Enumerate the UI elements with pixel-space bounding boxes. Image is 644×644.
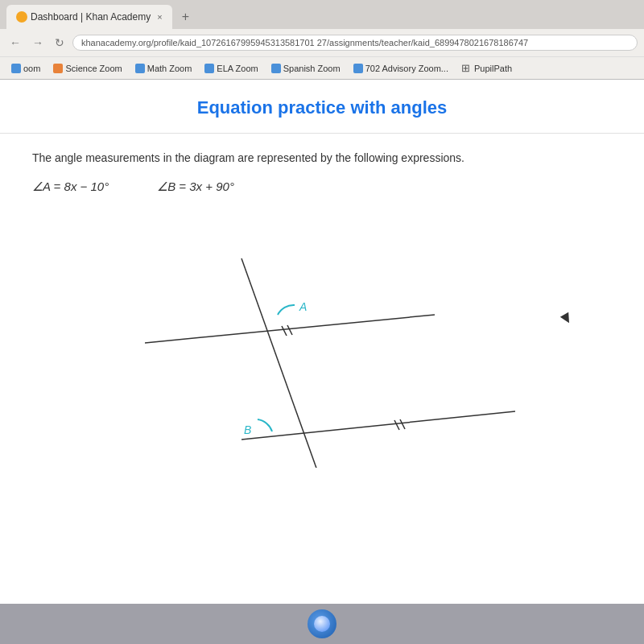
bookmark-icon-advisory <box>353 64 363 73</box>
angle-diagram: A B <box>97 210 547 468</box>
tab-close-button[interactable]: × <box>157 12 162 22</box>
bookmark-icon-spanish <box>271 64 281 73</box>
equation-a: ∠A = 8x − 10° <box>32 180 109 194</box>
chrome-icon-inner <box>314 616 330 632</box>
page-title-section: Equation practice with angles <box>0 80 644 134</box>
pupilpath-icon: ⊞ <box>461 62 470 74</box>
svg-line-3 <box>282 326 287 336</box>
diagram-container: A B <box>97 210 547 468</box>
active-tab[interactable]: Dashboard | Khan Academy × <box>6 5 172 29</box>
tab-bar: Dashboard | Khan Academy × + <box>0 0 644 29</box>
bookmark-label-advisory: 702 Advisory Zoom... <box>365 64 448 73</box>
bookmark-science-zoom[interactable]: Science Zoom <box>48 62 126 75</box>
svg-line-4 <box>287 325 292 335</box>
address-bar: ← → ↻ khanacademy.org/profile/kaid_10726… <box>0 29 644 56</box>
svg-line-5 <box>394 420 399 430</box>
bookmark-icon-math <box>135 64 145 73</box>
bookmark-icon-oom <box>11 64 21 73</box>
page-title: Equation practice with angles <box>16 97 628 118</box>
chrome-icon[interactable] <box>308 609 336 638</box>
new-tab-button[interactable]: + <box>177 8 194 26</box>
svg-line-2 <box>242 258 322 468</box>
forward-button[interactable]: → <box>29 35 47 51</box>
bookmark-spanish-zoom[interactable]: Spanish Zoom <box>266 62 345 75</box>
reload-button[interactable]: ↻ <box>52 35 68 51</box>
page-content: Equation practice with angles The angle … <box>0 80 644 605</box>
bookmark-label-spanish: Spanish Zoom <box>283 64 341 73</box>
problem-section: The angle measurements in the diagram ar… <box>0 134 644 492</box>
bookmark-ela-zoom[interactable]: ELA Zoom <box>200 62 262 75</box>
bookmark-label-ela: ELA Zoom <box>217 64 258 73</box>
equations-display: ∠A = 8x − 10° ∠B = 3x + 90° <box>32 180 612 194</box>
label-b: B <box>244 423 251 436</box>
bookmark-label-science: Science Zoom <box>65 64 122 73</box>
tab-favicon <box>16 11 27 23</box>
browser-chrome: Dashboard | Khan Academy × + ← → ↻ khana… <box>0 0 644 80</box>
bookmark-math-zoom[interactable]: Math Zoom <box>130 62 197 75</box>
bookmark-advisory-zoom[interactable]: 702 Advisory Zoom... <box>349 62 453 75</box>
svg-line-1 <box>242 411 515 440</box>
content-area: Equation practice with angles The angle … <box>0 80 644 605</box>
problem-description: The angle measurements in the diagram ar… <box>32 150 612 167</box>
taskbar <box>0 604 644 644</box>
label-a: A <box>299 300 307 313</box>
equation-b: ∠B = 3x + 90° <box>157 180 234 194</box>
bookmark-label-oom: oom <box>23 64 40 73</box>
bookmark-pupilpath[interactable]: ⊞ PupilPath <box>456 60 517 76</box>
svg-line-6 <box>400 419 405 429</box>
bookmark-oom[interactable]: oom <box>6 62 45 75</box>
bookmarks-bar: oom Science Zoom Math Zoom ELA Zoom Span… <box>0 56 644 79</box>
url-field[interactable]: khanacademy.org/profile/kaid_10726167995… <box>72 35 638 51</box>
bookmark-label-pupilpath: PupilPath <box>474 64 512 73</box>
back-button[interactable]: ← <box>6 35 24 51</box>
bookmark-icon-science <box>53 64 63 73</box>
tab-title: Dashboard | Khan Academy <box>31 11 151 23</box>
bookmark-icon-ela <box>204 64 214 73</box>
bookmark-label-math: Math Zoom <box>147 64 192 73</box>
